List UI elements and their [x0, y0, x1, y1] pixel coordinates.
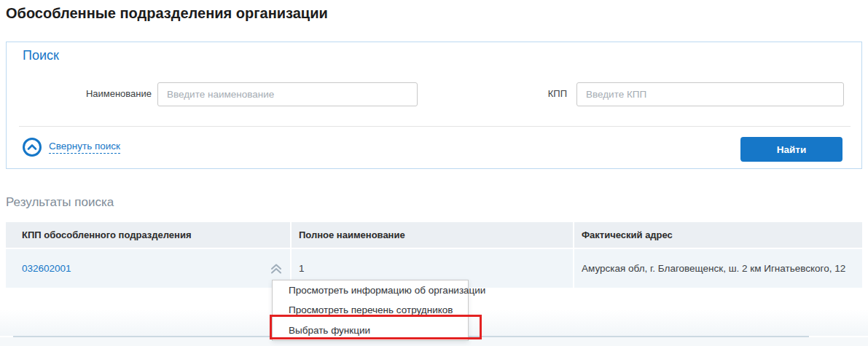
panel-divider	[19, 126, 851, 127]
page-title: Обособленные подразделения организации	[6, 5, 328, 22]
results-title: Результаты поиска	[6, 195, 114, 210]
double-chevron-up-icon[interactable]	[270, 263, 283, 275]
column-header-address: Фактический адрес	[574, 222, 862, 248]
cell-address: Амурская обл, г. Благовещенск, ш. 2 км И…	[574, 249, 862, 288]
search-panel-title: Поиск	[23, 48, 59, 63]
page: Обособленные подразделения организации П…	[0, 0, 868, 346]
context-menu: Просмотреть информацию об организации Пр…	[272, 280, 469, 341]
collapse-search-link[interactable]: Свернуть поиск	[23, 138, 120, 157]
table-header: КПП обособленного подразделения Полное н…	[6, 222, 862, 248]
column-header-full-name: Полное наименование	[292, 222, 573, 248]
name-input[interactable]	[157, 82, 418, 106]
menu-item-view-employees[interactable]: Просмотреть перечень сотрудников	[273, 300, 468, 320]
find-button[interactable]: Найти	[740, 137, 842, 162]
kpp-input[interactable]	[576, 82, 844, 106]
search-panel: Поиск Наименование КПП Свернуть поиск На…	[6, 42, 862, 169]
chevron-up-circle-icon[interactable]	[23, 138, 42, 157]
cell-kpp: 032602001	[6, 249, 290, 288]
menu-item-select-functions[interactable]: Выбрать функции	[273, 321, 468, 340]
kpp-link[interactable]: 032602001	[22, 263, 71, 274]
collapse-search-label[interactable]: Свернуть поиск	[49, 141, 120, 154]
name-field-label: Наименование	[7, 88, 152, 99]
menu-item-view-org-info[interactable]: Просмотреть информацию об организации	[273, 280, 468, 300]
kpp-field-label: КПП	[444, 88, 567, 99]
column-header-kpp: КПП обособленного подразделения	[6, 222, 290, 248]
